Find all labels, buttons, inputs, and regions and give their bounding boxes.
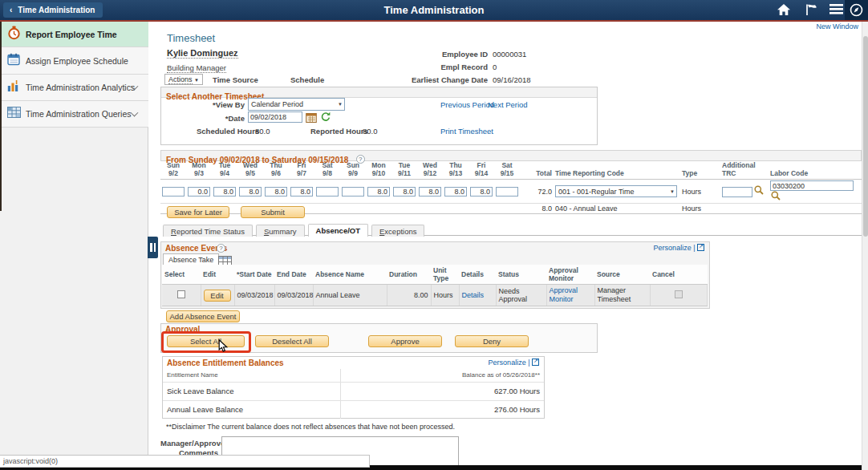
absence-column-header: Cancel [650, 265, 707, 285]
scheduled-hours-label: Scheduled Hours [197, 127, 259, 136]
lookup-magnifier-icon[interactable] [754, 188, 764, 197]
navbar-compass-icon[interactable] [845, 0, 868, 20]
sidebar-item-report-employee-time[interactable]: Report Employee Time [0, 22, 148, 47]
absence-column-header: Source [594, 265, 650, 285]
details-cell: Details [459, 285, 496, 306]
approval-monitor-link[interactable]: Approval Monitor [550, 286, 585, 304]
scrollbar-thumb[interactable] [863, 36, 868, 237]
trc-select[interactable]: 001 - 001-Regular Time [555, 185, 677, 197]
day-hours-input[interactable] [496, 187, 518, 197]
day-hours-input[interactable] [239, 187, 262, 197]
reported-hours-label: Reported Hours [310, 127, 368, 136]
total-cell: 8.0 [520, 204, 554, 214]
approve-button[interactable]: Approve [368, 335, 442, 347]
actions-dropdown[interactable]: Actions ▼ [164, 74, 203, 85]
sidebar-item-time-administration-queries[interactable]: Time Administration Queries [0, 101, 148, 128]
edit-button[interactable]: Edit [204, 290, 231, 302]
source-cell: Manager Timesheet [594, 285, 650, 306]
back-chevron-icon: ‹ [10, 6, 12, 14]
next-period-link[interactable]: Next Period [488, 100, 528, 109]
tab-summary[interactable]: Summary [256, 225, 305, 237]
absence-take-subtab[interactable]: Absence Take [163, 253, 219, 265]
help-icon[interactable] [217, 244, 225, 253]
sidebar-collapse-handle[interactable] [148, 237, 158, 258]
absence-column-header: Duration [387, 265, 431, 285]
deselect-all-button[interactable]: Deselect All [255, 335, 329, 347]
select-cell [162, 285, 201, 306]
trc-cell: 001 - 001-Regular Time [554, 180, 680, 204]
deny-button[interactable]: Deny [455, 335, 529, 347]
employee-name[interactable]: Kylie Dominguez [167, 48, 238, 59]
tab-reported-time-status[interactable]: Reported Time Status [163, 225, 253, 237]
view-by-label: *View By [160, 100, 245, 109]
details-link[interactable]: Details [462, 291, 485, 299]
day-hours-input[interactable] [342, 187, 364, 197]
labor-code-column-header: Labor Code [769, 161, 862, 180]
view-by-select[interactable]: Calendar Period [248, 98, 345, 111]
select-checkbox[interactable] [177, 290, 185, 298]
absence-column-header: *Start Date [234, 265, 274, 285]
day-column-header: Thu9/13 [443, 161, 468, 180]
lookup-magnifier-icon[interactable] [771, 194, 781, 202]
vertical-scrollbar[interactable] [862, 22, 868, 470]
day-hours-input[interactable] [444, 187, 467, 197]
entitlement-balance: 276.00 Hours [494, 405, 540, 414]
absence-events-table: SelectEdit*Start DateEnd DateAbsence Nam… [162, 265, 708, 306]
day-hours-input[interactable] [162, 187, 185, 197]
day-hours-input[interactable] [290, 187, 313, 197]
popout-icon[interactable] [532, 359, 539, 366]
left-sidebar: Report Employee TimeAssign Employee Sche… [0, 22, 148, 470]
day-hours-cell [314, 180, 340, 204]
day-hours-input[interactable] [188, 187, 210, 197]
type-cell: Hours [680, 204, 720, 214]
day-hours-input[interactable] [419, 187, 441, 197]
save-for-later-button[interactable]: Save for Later [167, 206, 229, 218]
day-hours-cell [212, 180, 237, 204]
type-column-header: Type [680, 161, 720, 180]
additional-trc-input[interactable] [722, 187, 752, 197]
labor-code-input[interactable] [770, 180, 854, 191]
day-hours-input[interactable] [367, 187, 390, 197]
highlight-rectangle [161, 331, 251, 353]
submit-button[interactable]: Submit [241, 206, 305, 218]
day-hours-input[interactable] [265, 187, 287, 197]
absence-personalize[interactable]: Personalize | [610, 244, 704, 252]
popout-icon[interactable] [697, 244, 704, 251]
day-hours-cell [366, 204, 391, 214]
day-hours-cell [417, 204, 443, 214]
end-date-cell: 09/03/2018 [274, 285, 313, 306]
print-timesheet-link[interactable]: Print Timesheet [440, 127, 493, 136]
flag-icon[interactable] [802, 3, 820, 17]
date-input[interactable] [248, 111, 302, 123]
home-icon[interactable] [775, 3, 793, 17]
choose-date-calendar-icon[interactable] [306, 111, 317, 126]
page-header-title: Time Administration [0, 0, 868, 20]
day-hours-cell [443, 204, 468, 214]
tab-absence-ot[interactable]: Absence/OT [308, 224, 368, 237]
balances-title: Absence Entitlement Balances [167, 359, 284, 367]
schedule-calendar-icon [7, 53, 20, 69]
previous-period-link[interactable]: Previous Period [440, 100, 494, 109]
employee-job-title[interactable]: Building Manager [167, 63, 226, 73]
day-hours-cell [263, 180, 289, 204]
duration-cell: 8.00 [387, 285, 431, 306]
day-column-header: Tue9/4 [212, 161, 237, 180]
tab-exceptions[interactable]: Exceptions [371, 225, 424, 237]
new-window-link[interactable]: New Window [816, 22, 858, 30]
trc-cell: 040 - Annual Leave [554, 204, 680, 214]
add-absence-event-button[interactable]: Add Absence Event [166, 310, 240, 322]
day-hours-input[interactable] [213, 187, 236, 197]
refresh-icon[interactable] [320, 111, 331, 125]
day-hours-input[interactable] [316, 187, 339, 197]
balances-personalize[interactable]: Personalize | [489, 359, 539, 367]
sidebar-item-assign-employee-schedule[interactable]: Assign Employee Schedule [0, 47, 148, 75]
schedule-label: Schedule [290, 75, 324, 84]
menu-icon[interactable] [827, 3, 845, 17]
back-button[interactable]: ‹Time Administration [3, 2, 103, 18]
day-hours-input[interactable] [470, 187, 493, 197]
sidebar-item-time-administration-analytics[interactable]: Time Administration Analytics [0, 75, 148, 101]
queries-icon [7, 107, 21, 121]
day-hours-cell [340, 204, 366, 214]
day-hours-input[interactable] [393, 187, 416, 197]
time-source-label: Time Source [213, 75, 258, 84]
